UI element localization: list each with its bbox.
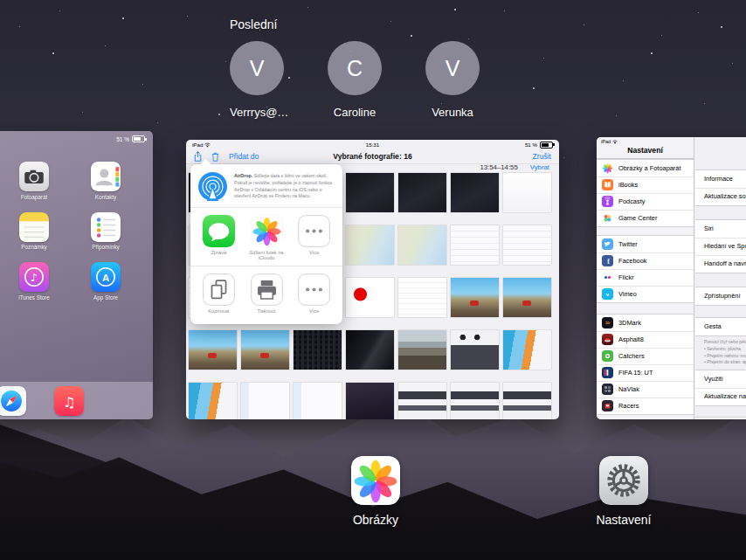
photo-thumbnail[interactable] xyxy=(451,383,499,419)
settings-row[interactable]: NaVlak xyxy=(597,381,694,398)
gearBig-icon xyxy=(599,456,648,505)
app-card-photos[interactable]: iPad 15:31 51 % Přidat do Vybrané fotogr… xyxy=(186,140,559,419)
photo-thumbnail[interactable] xyxy=(451,225,499,265)
settings-row-label: NaVlak xyxy=(618,385,639,393)
settings-row[interactable]: v Vimeo xyxy=(597,286,694,302)
settings-row[interactable]: Racers xyxy=(597,398,694,414)
ibooks-icon xyxy=(602,179,613,190)
settings-row[interactable]: f Facebook xyxy=(597,252,694,269)
carrier-label: iPad xyxy=(192,142,203,148)
photo-thumbnail[interactable] xyxy=(503,278,551,317)
home-app[interactable]: Kontakty xyxy=(87,162,124,200)
settings-detail-row[interactable]: Informace xyxy=(695,170,746,188)
settings-detail-row[interactable]: Aktualizace na pozadí xyxy=(695,388,746,405)
photo-thumbnail[interactable] xyxy=(398,330,446,370)
dock-app[interactable]: Nastavení xyxy=(589,456,659,527)
photo-thumbnail[interactable] xyxy=(398,173,446,212)
home-app[interactable]: Fotoaparát xyxy=(16,162,52,200)
airdrop-description: AirDrop. Sdílejte data s lidmi ve vašem … xyxy=(234,173,335,200)
photo-thumbnail[interactable] xyxy=(241,383,289,419)
flower-icon xyxy=(602,162,613,174)
dock-app-label: Obrázky xyxy=(341,513,411,527)
photo-thumbnail[interactable] xyxy=(503,330,551,370)
settings-detail-row[interactable]: Zpřístupnění xyxy=(695,287,746,305)
app-card-home-screen[interactable]: 51 % Fotoaparát Kontakty Poznámky Připom… xyxy=(0,131,153,419)
share-action[interactable]: Více xyxy=(295,273,333,320)
photo-thumbnail[interactable] xyxy=(503,225,551,265)
contacts-icon xyxy=(91,162,121,191)
home-app[interactable]: A App Store xyxy=(87,262,124,301)
recent-contact[interactable]: C Caroline xyxy=(328,41,382,119)
photo-thumbnail[interactable] xyxy=(294,383,342,419)
svg-text:♪: ♪ xyxy=(31,271,38,284)
settings-row-label: Obrázky a Fotoaparát xyxy=(618,164,680,172)
settings-row[interactable]: Catchers xyxy=(597,348,694,364)
photo-thumbnail[interactable] xyxy=(189,383,237,419)
photo-thumbnail[interactable] xyxy=(189,330,237,370)
contact-avatar[interactable]: V xyxy=(425,41,480,95)
photo-thumbnail[interactable] xyxy=(346,278,394,317)
copy-icon xyxy=(203,273,235,306)
recent-contact[interactable]: V Verrrys@… xyxy=(230,41,284,119)
settings-title: Nastavení xyxy=(597,146,694,159)
dock-app-music[interactable]: ♫ Hudba xyxy=(51,386,87,419)
share-apps-row: Zpráva Sdílení fotek na iCloudu Více xyxy=(190,208,342,266)
photo-thumbnail[interactable] xyxy=(294,330,342,370)
photo-thumbnail[interactable] xyxy=(346,330,394,370)
home-app[interactable]: Poznámky xyxy=(16,212,52,251)
photo-thumbnail[interactable] xyxy=(503,383,551,419)
airdrop-section[interactable]: AirDrop. Sdílejte data s lidmi ve vašem … xyxy=(190,164,342,208)
add-to-button[interactable]: Přidat do xyxy=(229,152,259,161)
settings-detail-row[interactable]: Hledání ve Spotlight xyxy=(695,238,746,255)
photo-thumbnail[interactable] xyxy=(451,173,499,212)
settings-row[interactable]: Twitter xyxy=(597,236,694,252)
photo-thumbnail[interactable] xyxy=(398,278,446,317)
settings-detail-row[interactable]: Siri xyxy=(695,220,746,238)
settings-detail-row[interactable]: Handoff a navrhované aplikace xyxy=(695,255,746,273)
photo-thumbnail[interactable] xyxy=(451,278,499,317)
trash-button[interactable] xyxy=(211,152,219,162)
cancel-button[interactable]: Zrušit xyxy=(533,152,551,161)
share-item[interactable]: Zpráva xyxy=(200,215,238,261)
settings-row[interactable]: Obrázky a Fotoaparát xyxy=(597,160,694,176)
share-action[interactable]: Tisknout xyxy=(248,273,286,320)
photo-thumbnail[interactable] xyxy=(398,383,446,419)
share-button[interactable] xyxy=(194,151,202,162)
settings-row[interactable]: Flickr xyxy=(597,269,694,286)
photo-thumbnail[interactable] xyxy=(346,225,394,265)
home-app[interactable]: ♪ iTunes Store xyxy=(16,262,52,301)
app-card-settings[interactable]: iPad Nastavení Obrázky a Fotoaparát iBoo… xyxy=(597,137,746,419)
contact-avatar[interactable]: C xyxy=(328,41,382,95)
photo-thumbnail[interactable] xyxy=(503,173,551,212)
settings-row[interactable]: Game Center xyxy=(597,210,694,226)
recents-title: Poslední xyxy=(230,17,277,31)
settings-row[interactable]: Asphalt8 xyxy=(597,331,694,348)
photo-thumbnail[interactable] xyxy=(346,173,394,212)
recent-contact[interactable]: V Verunka xyxy=(425,41,480,119)
share-item[interactable]: Více xyxy=(295,215,333,261)
photo-thumbnail[interactable] xyxy=(398,225,446,265)
photo-thumbnail[interactable] xyxy=(451,330,499,370)
settings-row-label: iBooks xyxy=(618,181,638,189)
home-app[interactable]: Připomínky xyxy=(87,212,124,251)
settings-row[interactable]: FIFA 15: UT xyxy=(597,364,694,381)
contact-avatar[interactable]: V xyxy=(230,41,284,95)
dock-app[interactable]: Obrázky xyxy=(341,456,411,527)
svg-text:A: A xyxy=(102,273,109,283)
settings-detail-row[interactable]: Aktualizace softwaru xyxy=(695,188,746,205)
settings-row[interactable]: Podcasty xyxy=(597,193,694,210)
dock-app-safari[interactable]: Safari xyxy=(0,386,30,419)
settings-row-label: Racers xyxy=(618,402,639,410)
share-action[interactable]: Kopírovat xyxy=(200,273,238,320)
photo-thumbnail[interactable] xyxy=(241,330,289,370)
settings-detail-row[interactable]: Uzamčení otočení xyxy=(695,418,746,419)
share-item[interactable]: Sdílení fotek na iCloudu xyxy=(248,215,286,261)
settings-row[interactable]: iBooks xyxy=(597,176,694,193)
settings-row[interactable]: 3D 3DMark xyxy=(597,315,694,331)
photo-thumbnail[interactable] xyxy=(346,383,394,419)
settings-detail-row[interactable]: Gesta xyxy=(695,318,746,335)
settings-detail-row[interactable]: Využití xyxy=(695,370,746,388)
share-item-label: Zpráva xyxy=(200,250,238,261)
select-button[interactable]: Vybrat xyxy=(530,163,549,171)
home-app-grid: Fotoaparát Kontakty Poznámky Připomínky … xyxy=(16,162,124,301)
